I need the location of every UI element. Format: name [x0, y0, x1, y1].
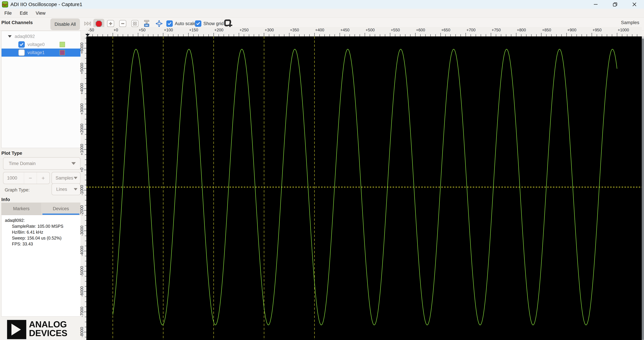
check-icon	[168, 22, 172, 26]
chevron-down-icon	[74, 188, 78, 191]
minimize-button[interactable]	[586, 0, 605, 9]
sample-count-spinner: 1000 − +	[3, 172, 50, 184]
logo-text: ANALOG DEVICES	[29, 320, 67, 337]
plot-vertical-scrollbar[interactable]	[642, 36, 644, 340]
tab-devices[interactable]: Devices	[41, 203, 81, 215]
tab-markers[interactable]: Markers	[2, 203, 41, 215]
analog-devices-logo: ANALOG DEVICES	[7, 320, 67, 339]
device-label: adaq8092	[15, 34, 35, 39]
window-controls	[586, 0, 644, 9]
channel-color-swatch[interactable]	[60, 42, 65, 47]
samples-axis-label: Samples	[621, 20, 639, 25]
channel-label: voltage1	[28, 50, 44, 55]
show-grid-checkbox[interactable]	[195, 20, 201, 27]
restore-icon	[612, 2, 618, 7]
close-button[interactable]	[625, 0, 644, 9]
plot-type-dropdown[interactable]: Time Domain	[3, 157, 80, 170]
graph-type-dropdown[interactable]: Lines	[52, 184, 80, 195]
sample-count-value[interactable]: 1000	[3, 176, 24, 181]
plot-canvas[interactable]	[86, 36, 642, 340]
trigger-marker-icon	[85, 34, 90, 36]
zoom-in-icon	[107, 20, 114, 27]
chevron-down-icon	[74, 177, 78, 179]
waveform-chart	[86, 36, 642, 340]
save-plot-icon	[143, 20, 150, 27]
channel-checkbox[interactable]	[18, 41, 25, 48]
close-icon	[632, 2, 637, 7]
graph-type-label: Graph Type:	[5, 188, 30, 193]
channel-label: voltage0	[28, 42, 44, 47]
record-stop-icon	[95, 20, 102, 27]
graph-type-value: Lines	[52, 187, 67, 192]
menu-bar: File Edit View	[0, 9, 644, 18]
title-bar: ADI IIO Oscilloscope - Capture1	[0, 0, 644, 9]
channel-row-voltage1[interactable]: voltage1	[2, 49, 81, 57]
units-dropdown[interactable]: Samples	[52, 172, 80, 184]
minimize-icon	[593, 2, 598, 7]
device-row[interactable]: adaq8092	[2, 32, 81, 41]
menu-edit[interactable]: Edit	[16, 11, 32, 16]
window-title: ADI IIO Oscilloscope - Capture1	[10, 2, 82, 7]
check-icon	[196, 22, 200, 26]
plot-channels-list: adaq8092 voltage0 voltage1	[1, 31, 81, 148]
check-icon	[20, 43, 24, 47]
menu-view[interactable]: View	[32, 11, 50, 16]
device-info-text: adaq8092: SampleRate: 105.00 MSPS Hz/Bin…	[1, 215, 81, 316]
plot-type-value: Time Domain	[3, 161, 36, 166]
x-axis-ruler: -50+0+50+100+150+200+250+300+350+400+450…	[86, 27, 642, 36]
menu-file[interactable]: File	[0, 11, 16, 16]
scrollbar-thumb[interactable]	[642, 39, 644, 340]
zoom-fit-icon	[131, 20, 138, 27]
decrement-button[interactable]: −	[24, 172, 37, 184]
seek-forward-icon	[84, 21, 91, 27]
plot-channels-title: Plot Channels	[1, 20, 33, 25]
channel-color-swatch[interactable]	[60, 50, 65, 55]
info-title: Info	[1, 197, 10, 202]
pan-move-icon	[156, 20, 163, 27]
show-grid-label: Show grid	[204, 21, 224, 26]
auto-scale-checkbox[interactable]	[166, 20, 173, 27]
y-axis-ruler: +6000+5000+4000+3000+2000+1000+0-1000-20…	[80, 36, 86, 340]
app-window: ADI IIO Oscilloscope - Capture1 File Edi…	[0, 0, 644, 340]
new-plot-icon	[224, 19, 233, 28]
app-icon	[2, 1, 8, 8]
info-tabs: Markers Devices	[1, 203, 81, 215]
zoom-out-icon	[119, 20, 126, 27]
chevron-down-icon	[72, 162, 76, 165]
adi-triangle-icon	[7, 320, 26, 339]
units-value: Samples	[52, 176, 73, 181]
plot-type-title: Plot Type	[1, 150, 22, 156]
channel-row-voltage0[interactable]: voltage0	[2, 41, 81, 49]
restore-button[interactable]	[605, 0, 625, 9]
disable-all-button[interactable]: Disable All	[50, 19, 80, 30]
increment-button[interactable]: +	[37, 172, 50, 184]
expander-icon[interactable]	[8, 35, 12, 38]
channel-checkbox[interactable]	[18, 49, 25, 56]
auto-scale-label: Auto scale	[175, 21, 196, 26]
check-icon	[20, 51, 24, 55]
